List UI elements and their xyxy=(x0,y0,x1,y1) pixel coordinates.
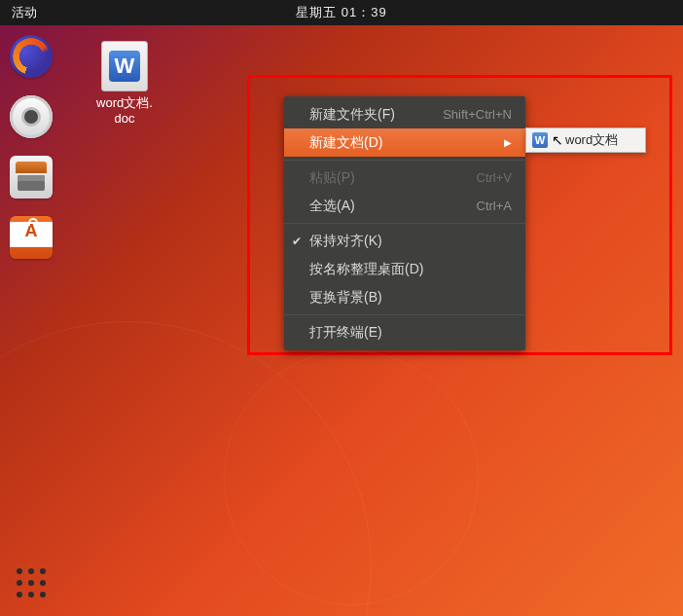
menu-change-background[interactable]: 更换背景(B) xyxy=(284,283,525,311)
word-document-icon xyxy=(101,41,148,91)
firefox-icon[interactable] xyxy=(10,35,53,78)
desktop-screen: 活动 星期五 01：39 word文档. doc 新建文件夹(F) Shift+… xyxy=(0,0,683,616)
menu-open-terminal[interactable]: 打开终端(E) xyxy=(284,318,525,346)
word-template-icon: W xyxy=(532,132,548,148)
menu-separator xyxy=(284,314,525,315)
files-icon[interactable] xyxy=(10,156,53,199)
clock[interactable]: 星期五 01：39 xyxy=(296,0,387,25)
menu-new-document[interactable]: 新建文档(D) ▶ xyxy=(284,128,525,157)
menu-accel: Ctrl+V xyxy=(477,170,512,185)
desktop-file-label: word文档. doc xyxy=(86,95,163,127)
menu-label: 按名称整理桌面(D) xyxy=(309,261,512,278)
menu-label: 打开终端(E) xyxy=(309,324,512,342)
desktop-context-menu: 新建文件夹(F) Shift+Ctrl+N 新建文档(D) ▶ 粘贴(P) Ct… xyxy=(284,96,525,350)
menu-separator xyxy=(284,160,525,161)
cursor-icon: ↖ xyxy=(552,132,563,148)
menu-label: 粘贴(P) xyxy=(309,169,477,187)
dock xyxy=(0,25,62,616)
menu-keep-aligned[interactable]: ✔ 保持对齐(K) xyxy=(284,227,525,255)
menu-label: 全选(A) xyxy=(309,198,477,215)
menu-separator xyxy=(284,223,525,224)
top-bar: 活动 星期五 01：39 xyxy=(0,0,683,25)
submenu-item-word-doc[interactable]: word文档 xyxy=(565,131,618,149)
menu-label: 新建文档(D) xyxy=(309,134,498,152)
submenu-arrow-icon: ▶ xyxy=(504,137,512,148)
menu-accel: Shift+Ctrl+N xyxy=(443,107,512,122)
check-icon: ✔ xyxy=(292,235,302,248)
menu-label: 更换背景(B) xyxy=(309,289,512,307)
menu-new-folder[interactable]: 新建文件夹(F) Shift+Ctrl+N xyxy=(284,100,525,128)
menu-paste: 粘贴(P) Ctrl+V xyxy=(284,163,525,192)
menu-organize-by-name[interactable]: 按名称整理桌面(D) xyxy=(284,255,525,283)
show-applications-button[interactable] xyxy=(12,563,51,602)
menu-select-all[interactable]: 全选(A) Ctrl+A xyxy=(284,192,525,220)
menu-label: 新建文件夹(F) xyxy=(309,106,443,124)
desktop-file-word-doc[interactable]: word文档. doc xyxy=(86,41,163,127)
activities-button[interactable]: 活动 xyxy=(0,0,49,25)
rhythmbox-icon[interactable] xyxy=(10,95,53,138)
new-document-submenu: W ↖ word文档 xyxy=(525,127,646,153)
menu-label: 保持对齐(K) xyxy=(309,233,512,250)
menu-accel: Ctrl+A xyxy=(477,199,512,213)
software-center-icon[interactable] xyxy=(10,216,53,259)
